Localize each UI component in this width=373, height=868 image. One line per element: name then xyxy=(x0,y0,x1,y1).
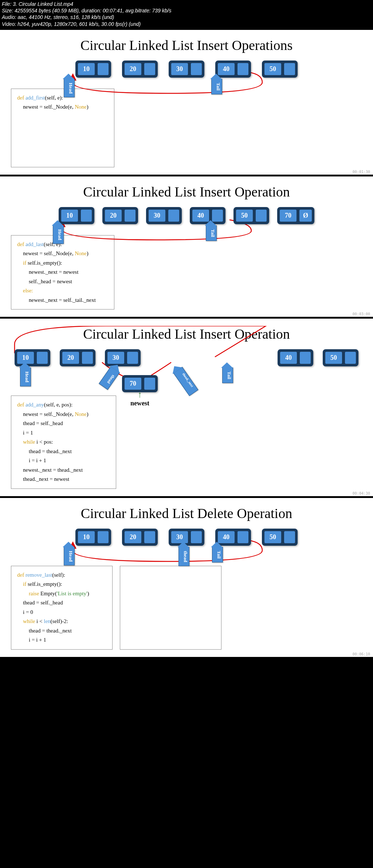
slide2-timestamp: 00:03:00 xyxy=(353,312,370,316)
node: 30→ xyxy=(169,61,204,78)
node: 10→ xyxy=(59,207,94,224)
file-meta-block: File: 3. Circular Linked List.mp4 Size: … xyxy=(0,0,373,28)
up-arrow-icon: ↑ xyxy=(122,392,158,397)
node: 20→ xyxy=(60,349,95,366)
slide-2: Circular Linked List Insert Operation 10… xyxy=(0,176,373,317)
thead-pointer: thead xyxy=(99,366,120,390)
slide4-title: Circular Linked List Delete Operation xyxy=(11,505,362,521)
slide1-node-row: 10→ 20→ 30→ 40→ 50 Head Tail xyxy=(11,61,362,78)
node: 70Ø xyxy=(277,207,314,224)
slide4-timestamp: 00:06:10 xyxy=(353,652,370,656)
node: 20→ xyxy=(102,207,138,224)
slide4-code: def remove_last(self): if self.is_empty(… xyxy=(11,566,113,650)
slide4-code-row: def remove_last(self): if self.is_empty(… xyxy=(11,557,362,650)
node: 10→ xyxy=(75,529,111,546)
thead-pointer: thead xyxy=(178,547,189,566)
slide4-code-empty xyxy=(120,566,221,650)
node: 50 xyxy=(262,61,298,78)
slide4-node-row: 10→ 20→ 30→ 40→ 50 Head thead Tail xyxy=(11,529,362,546)
tail-pointer: Tail xyxy=(206,225,217,241)
slide1-timestamp: 00:01:30 xyxy=(353,170,370,174)
thead-next-pointer: thead._next xyxy=(173,367,199,396)
slide3-code: def add_any(self, e, pos): newest = self… xyxy=(11,396,116,489)
tail-pointer: Tail xyxy=(212,547,223,563)
slide2-node-row: 10→ 20→ 30→ 40→ 50→ 70Ø Head Tail xyxy=(11,207,362,224)
node: 10→ xyxy=(75,61,111,78)
node: 30→ xyxy=(146,207,182,224)
slide1-title: Circular Linked List Insert Operations xyxy=(11,37,362,53)
node: 30 xyxy=(105,349,141,366)
head-pointer: Head xyxy=(64,547,75,566)
meta-video: Video: h264, yuv420p, 1280x720, 601 kb/s… xyxy=(2,21,371,27)
slide2-title: Circular Linked List Insert Operation xyxy=(11,184,362,200)
slide2-code: def add_last(self, e): newest = self._No… xyxy=(11,235,114,310)
node: 40→ xyxy=(278,349,313,366)
slide3-timestamp: 00:04:30 xyxy=(353,491,370,495)
slide3-title: Circular Linked List Insert Operation xyxy=(11,326,362,342)
head-pointer: Head xyxy=(64,79,75,98)
slide-1: Circular Linked List Insert Operations 1… xyxy=(0,30,373,175)
slide-3: Circular Linked List Insert Operation 10… xyxy=(0,319,373,496)
meta-audio: Audio: aac, 44100 Hz, stereo, s16, 128 k… xyxy=(2,14,371,20)
node: 50 xyxy=(323,349,358,366)
slide1-code: def add_first(self, e): newest = self._N… xyxy=(11,89,114,167)
meta-size: Size: 42559554 bytes (40.59 MiB), durati… xyxy=(2,7,371,14)
node: 50→ xyxy=(233,207,269,224)
tail-pointer: Tail xyxy=(211,79,222,94)
head-pointer: Head xyxy=(53,225,64,244)
meta-file: File: 3. Circular Linked List.mp4 xyxy=(2,1,371,7)
head-pointer: Head xyxy=(20,367,31,386)
node: 50 xyxy=(262,529,298,546)
node: 20→ xyxy=(122,61,158,78)
slide3-node-row: 10→ 20→ 30 40→ 50 Head thead thead._next… xyxy=(15,349,358,366)
slide-4: Circular Linked List Delete Operation 10… xyxy=(0,498,373,657)
newest-node: 70 ↑ newest xyxy=(122,375,158,407)
tail-pointer: Tail xyxy=(222,367,233,383)
node: 20→ xyxy=(122,529,158,546)
